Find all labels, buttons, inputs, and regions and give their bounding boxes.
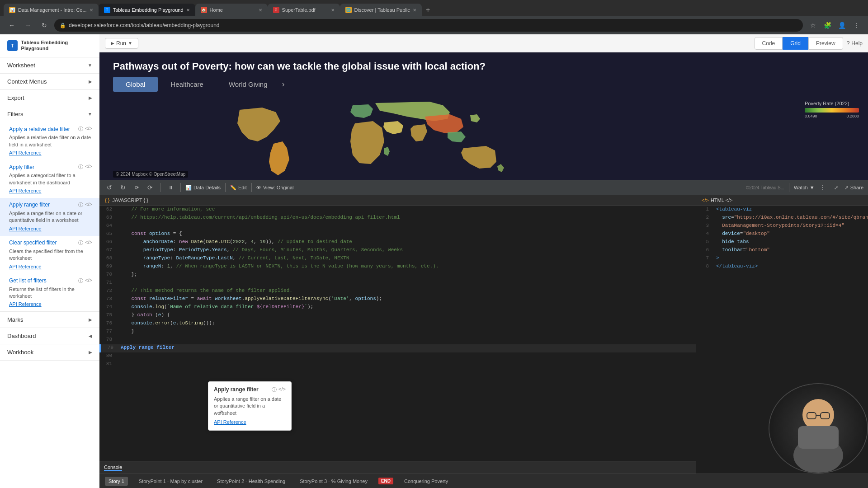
person-silhouette (773, 383, 863, 474)
info-icon-4[interactable]: ⓘ (78, 277, 83, 284)
edit-icon-1[interactable]: </> (85, 164, 92, 170)
share-button[interactable]: ↗ Share (844, 185, 863, 191)
reload-button[interactable]: ↻ (38, 19, 51, 32)
tooltip-code-icon[interactable]: </> (278, 386, 286, 393)
edit-icon-4[interactable]: </> (85, 277, 92, 284)
sidebar-section-marks: Marks ▶ (0, 312, 99, 328)
address-bar[interactable]: 🔒 developer.salesforce.com/tools/tableau… (54, 19, 803, 32)
sidebar-item-relative-date-filter[interactable]: Apply a relative date filter ⓘ </> Appli… (0, 122, 99, 160)
fullscreen-icon[interactable]: ⤢ (831, 182, 842, 193)
conquering-poverty[interactable]: Conquering Poverty (401, 477, 452, 486)
story-end-badge[interactable]: END (378, 478, 393, 484)
redo-icon[interactable]: ↻ (118, 182, 128, 193)
workbook-section-header[interactable]: Workbook ▶ (0, 344, 99, 360)
edit-icon-3[interactable]: </> (85, 239, 92, 246)
browser-tabs: 📊 Data Management - Intro: Co... ✕ T Tab… (0, 0, 868, 16)
export-section-header[interactable]: Export ▶ (0, 90, 99, 106)
info-icon-1[interactable]: ⓘ (78, 164, 83, 170)
back-button[interactable]: ← (5, 19, 18, 32)
viz-map: Poverty Rate (2022) 0.0490 0.2880 © 2024… (99, 96, 868, 180)
more-options-icon[interactable]: ⋮ (817, 182, 828, 193)
refresh-icon[interactable]: ⟳ (145, 182, 156, 193)
story-point-2[interactable]: StoryPoint 2 - Health Spending (213, 477, 289, 486)
filters-section-header[interactable]: Filters ▼ (0, 106, 99, 122)
api-reference-link-2[interactable]: API Reference (9, 226, 42, 231)
run-dropdown-arrow: ▼ (128, 41, 132, 46)
viz-tab-arrow[interactable]: › (282, 80, 285, 89)
api-reference-link-0[interactable]: API Reference (9, 150, 42, 155)
browser-chrome: 📊 Data Management - Intro: Co... ✕ T Tab… (0, 0, 868, 34)
browser-tab-1[interactable]: 📊 Data Management - Intro: Co... ✕ (4, 4, 99, 16)
more-button[interactable]: ⋮ (850, 19, 863, 32)
api-reference-link-1[interactable]: API Reference (9, 188, 42, 193)
console-bar: Console (99, 461, 696, 474)
tableau-copyright: ©2024 Tableau S... (746, 185, 784, 190)
code-line-79[interactable]: 79 Apply range filter (99, 344, 696, 352)
code-panel-header: { } JAVASCRIPT { } (99, 195, 696, 206)
sidebar-section-export: Export ▶ (0, 90, 99, 106)
viz-tabs-area: Global Healthcare World Giving › (99, 77, 868, 96)
tooltip-title: Apply range filter (214, 386, 259, 393)
data-details-button[interactable]: 📊 Data Details (185, 185, 221, 191)
browser-tab-5[interactable]: 🌐 Discover | Tableau Public ✕ (340, 4, 422, 16)
undo-icon[interactable]: ↺ (104, 182, 115, 193)
html-panel-header: </> HTML </> (696, 195, 868, 206)
run-button[interactable]: ▶ Run ▼ (105, 38, 138, 49)
view-original-button[interactable]: 👁 View: Original (256, 185, 294, 190)
sidebar-item-apply-filter[interactable]: Apply filter ⓘ </> Applies a categorical… (0, 160, 99, 198)
edit-icon[interactable]: </> (85, 126, 92, 132)
reset-icon[interactable]: ⟳ (131, 182, 142, 193)
dashboard-section-header[interactable]: Dashboard ◀ (0, 328, 99, 344)
info-icon[interactable]: ⓘ (78, 126, 83, 132)
bookmark-button[interactable]: ☆ (807, 19, 819, 32)
dashboard-chevron: ◀ (89, 333, 92, 338)
api-reference-link-4[interactable]: API Reference (9, 301, 42, 307)
info-icon-3[interactable]: ⓘ (78, 239, 83, 246)
help-button[interactable]: ? Help (847, 40, 863, 47)
story-point-1[interactable]: StoryPoint 1 - Map by cluster (135, 477, 206, 486)
filters-chevron: ▼ (88, 112, 92, 117)
viz-tab-world-giving[interactable]: World Giving (216, 77, 280, 92)
context-menus-section-header[interactable]: Context Menus ▶ (0, 74, 99, 89)
worksheet-section-header[interactable]: Worksheet ▼ (0, 57, 99, 73)
api-reference-link-3[interactable]: API Reference (9, 264, 42, 269)
console-tab[interactable]: Console (104, 465, 122, 471)
viz-legend: Poverty Rate (2022) 0.0490 0.2880 (805, 101, 859, 118)
tooltip-info-icon[interactable]: ⓘ (272, 386, 277, 393)
browser-tab-4[interactable]: P SuperTable.pdf ✕ (268, 4, 340, 16)
viz-copyright: © 2024 Mapbox © OpenStreetMap (113, 171, 188, 178)
sidebar-item-apply-range-filter[interactable]: Apply range filter ⓘ </> Applies a range… (0, 198, 99, 236)
view-tabs: Code Grid Preview (755, 37, 843, 50)
code-panel: { } JAVASCRIPT { } 62 // For more inform… (99, 195, 696, 474)
info-icon-2[interactable]: ⓘ (78, 202, 83, 208)
code-line-81: 81 (99, 361, 696, 369)
tooltip-api-link[interactable]: API Reference (214, 419, 246, 425)
extensions-button[interactable]: 🧩 (821, 19, 834, 32)
sidebar-item-get-filters[interactable]: Get list of filters ⓘ </> Returns the li… (0, 274, 99, 312)
browser-tab-3[interactable]: 🏠 Home ✕ (195, 4, 268, 16)
sidebar-item-clear-filter[interactable]: Clear specified filter ⓘ </> Clears the … (0, 236, 99, 274)
marks-section-header[interactable]: Marks ▶ (0, 312, 99, 328)
edit-icon-2[interactable]: </> (85, 202, 92, 208)
tab-preview[interactable]: Preview (808, 37, 843, 50)
browser-tab-2[interactable]: T Tableau Embedding Playground ✕ (99, 4, 195, 16)
story-item-1[interactable]: Story 1 (105, 477, 128, 486)
watch-button[interactable]: Watch ▼ (794, 185, 815, 190)
code-line-64: 64 (99, 222, 696, 230)
story-point-3[interactable]: StoryPoint 3 - % Giving Money (296, 477, 371, 486)
code-content[interactable]: 62 // For more information, see 63 // ht… (99, 206, 696, 461)
new-tab-button[interactable]: + (422, 4, 434, 16)
edit-button[interactable]: ✏️ Edit (230, 185, 247, 191)
sidebar-section-dashboard: Dashboard ◀ (0, 328, 99, 344)
code-line-65: 65 const options = { (99, 230, 696, 239)
pause-icon[interactable]: ⏸ (165, 182, 176, 193)
viz-tab-healthcare[interactable]: Healthcare (158, 77, 216, 92)
code-line-70: 70 }; (99, 271, 696, 279)
tab-grid[interactable]: Grid (783, 37, 808, 50)
forward-button[interactable]: → (22, 19, 34, 32)
viz-tab-global[interactable]: Global (113, 77, 158, 92)
profile-button[interactable]: 👤 (835, 19, 848, 32)
sidebar: T Tableau Embedding Playground Worksheet… (0, 34, 99, 488)
tab-code[interactable]: Code (755, 37, 783, 50)
html-line-6: 6 toolbar="bottom" (696, 247, 868, 255)
